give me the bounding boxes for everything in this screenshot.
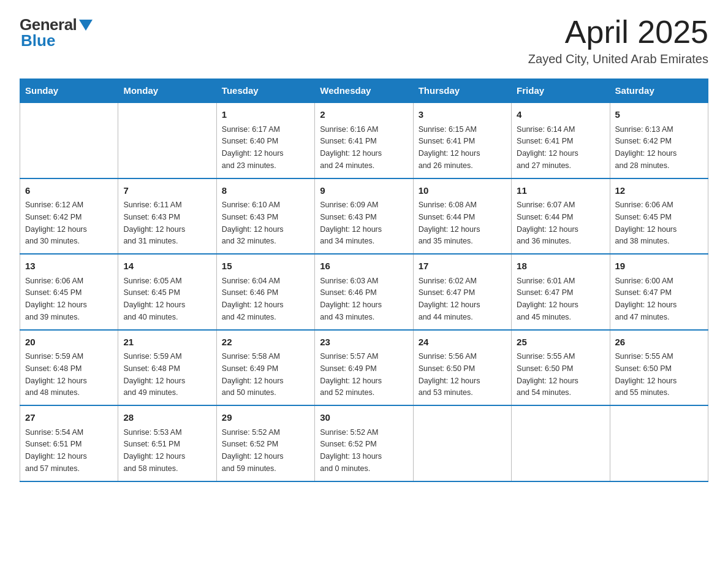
day-info: Sunrise: 5:54 AMSunset: 6:51 PMDaylight:…: [25, 428, 87, 473]
calendar-cell: 2Sunrise: 6:16 AMSunset: 6:41 PMDaylight…: [315, 102, 413, 178]
day-info: Sunrise: 6:01 AMSunset: 6:47 PMDaylight:…: [517, 277, 578, 321]
logo-arrow-icon: [79, 16, 93, 35]
day-number: 1: [222, 108, 309, 122]
calendar-week-row: 27Sunrise: 5:54 AMSunset: 6:51 PMDayligh…: [20, 405, 708, 481]
day-number: 2: [320, 108, 408, 122]
day-info: Sunrise: 6:11 AMSunset: 6:43 PMDaylight:…: [123, 201, 185, 245]
calendar-cell: 12Sunrise: 6:06 AMSunset: 6:45 PMDayligh…: [610, 178, 708, 255]
day-info: Sunrise: 5:57 AMSunset: 6:49 PMDaylight:…: [320, 352, 382, 397]
calendar-cell: 1Sunrise: 6:17 AMSunset: 6:40 PMDaylight…: [216, 102, 314, 178]
calendar-cell: 17Sunrise: 6:02 AMSunset: 6:47 PMDayligh…: [413, 254, 511, 330]
day-info: Sunrise: 6:13 AMSunset: 6:42 PMDaylight:…: [615, 125, 677, 170]
day-number: 8: [222, 184, 309, 198]
calendar-cell: 9Sunrise: 6:09 AMSunset: 6:43 PMDaylight…: [315, 178, 413, 255]
day-of-week-header: Friday: [512, 79, 610, 103]
calendar-cell: 5Sunrise: 6:13 AMSunset: 6:42 PMDaylight…: [610, 102, 708, 178]
day-info: Sunrise: 6:17 AMSunset: 6:40 PMDaylight:…: [222, 125, 284, 170]
day-number: 4: [517, 108, 604, 122]
day-number: 22: [222, 335, 309, 350]
calendar-cell: 30Sunrise: 5:52 AMSunset: 6:52 PMDayligh…: [315, 405, 413, 481]
day-number: 3: [419, 108, 506, 122]
day-number: 5: [615, 108, 703, 122]
day-number: 29: [222, 411, 309, 425]
svg-marker-0: [79, 20, 93, 31]
calendar-week-row: 13Sunrise: 6:06 AMSunset: 6:45 PMDayligh…: [20, 254, 708, 330]
day-info: Sunrise: 5:52 AMSunset: 6:52 PMDaylight:…: [320, 428, 382, 473]
day-info: Sunrise: 6:08 AMSunset: 6:44 PMDaylight:…: [419, 201, 480, 245]
day-number: 15: [222, 259, 309, 274]
calendar-cell: [610, 405, 708, 481]
calendar-cell: [118, 102, 216, 178]
day-info: Sunrise: 6:07 AMSunset: 6:44 PMDaylight:…: [517, 201, 578, 245]
day-number: 9: [320, 184, 408, 198]
day-number: 20: [25, 335, 113, 350]
calendar-cell: 4Sunrise: 6:14 AMSunset: 6:41 PMDaylight…: [512, 102, 610, 178]
day-of-week-header: Thursday: [413, 79, 511, 103]
day-info: Sunrise: 6:03 AMSunset: 6:46 PMDaylight:…: [320, 277, 382, 321]
logo-text-blue: Blue: [20, 31, 55, 50]
day-number: 27: [25, 411, 113, 425]
day-number: 14: [123, 259, 211, 274]
day-info: Sunrise: 5:55 AMSunset: 6:50 PMDaylight:…: [517, 352, 578, 397]
day-info: Sunrise: 6:14 AMSunset: 6:41 PMDaylight:…: [517, 125, 578, 170]
calendar-cell: [512, 405, 610, 481]
calendar-cell: 7Sunrise: 6:11 AMSunset: 6:43 PMDaylight…: [118, 178, 216, 255]
day-number: 18: [517, 259, 604, 274]
day-number: 17: [419, 259, 506, 274]
day-number: 25: [517, 335, 604, 350]
calendar-cell: 20Sunrise: 5:59 AMSunset: 6:48 PMDayligh…: [20, 330, 118, 406]
month-title: April 2025: [528, 15, 708, 50]
day-info: Sunrise: 6:06 AMSunset: 6:45 PMDaylight:…: [25, 277, 87, 321]
day-of-week-header: Monday: [118, 79, 216, 103]
calendar-week-row: 1Sunrise: 6:17 AMSunset: 6:40 PMDaylight…: [20, 102, 708, 178]
day-info: Sunrise: 6:10 AMSunset: 6:43 PMDaylight:…: [222, 201, 284, 245]
calendar-cell: 26Sunrise: 5:55 AMSunset: 6:50 PMDayligh…: [610, 330, 708, 406]
day-number: 6: [25, 184, 113, 198]
day-info: Sunrise: 6:00 AMSunset: 6:47 PMDaylight:…: [615, 277, 677, 321]
calendar-cell: 19Sunrise: 6:00 AMSunset: 6:47 PMDayligh…: [610, 254, 708, 330]
day-of-week-header: Wednesday: [315, 79, 413, 103]
day-of-week-header: Tuesday: [216, 79, 314, 103]
calendar-cell: [413, 405, 511, 481]
day-number: 16: [320, 259, 408, 274]
day-info: Sunrise: 6:09 AMSunset: 6:43 PMDaylight:…: [320, 201, 382, 245]
calendar-cell: 21Sunrise: 5:59 AMSunset: 6:48 PMDayligh…: [118, 330, 216, 406]
day-number: 19: [615, 259, 703, 274]
day-info: Sunrise: 5:58 AMSunset: 6:49 PMDaylight:…: [222, 352, 284, 397]
day-of-week-header: Saturday: [610, 79, 708, 103]
calendar-cell: 3Sunrise: 6:15 AMSunset: 6:41 PMDaylight…: [413, 102, 511, 178]
calendar-cell: 27Sunrise: 5:54 AMSunset: 6:51 PMDayligh…: [20, 405, 118, 481]
calendar-cell: 24Sunrise: 5:56 AMSunset: 6:50 PMDayligh…: [413, 330, 511, 406]
day-info: Sunrise: 6:04 AMSunset: 6:46 PMDaylight:…: [222, 277, 284, 321]
day-info: Sunrise: 6:02 AMSunset: 6:47 PMDaylight:…: [419, 277, 480, 321]
day-number: 11: [517, 184, 604, 198]
page-header: General Blue April 2025 Zayed City, Unit…: [20, 15, 708, 66]
days-of-week-row: SundayMondayTuesdayWednesdayThursdayFrid…: [20, 79, 708, 103]
calendar-header: SundayMondayTuesdayWednesdayThursdayFrid…: [20, 79, 708, 103]
day-number: 26: [615, 335, 703, 350]
day-number: 10: [419, 184, 506, 198]
calendar-cell: [20, 102, 118, 178]
calendar-cell: 25Sunrise: 5:55 AMSunset: 6:50 PMDayligh…: [512, 330, 610, 406]
day-info: Sunrise: 6:06 AMSunset: 6:45 PMDaylight:…: [615, 201, 677, 245]
location-title: Zayed City, United Arab Emirates: [528, 52, 708, 66]
calendar-cell: 11Sunrise: 6:07 AMSunset: 6:44 PMDayligh…: [512, 178, 610, 255]
calendar-cell: 15Sunrise: 6:04 AMSunset: 6:46 PMDayligh…: [216, 254, 314, 330]
day-info: Sunrise: 5:56 AMSunset: 6:50 PMDaylight:…: [419, 352, 480, 397]
day-info: Sunrise: 6:05 AMSunset: 6:45 PMDaylight:…: [123, 277, 185, 321]
calendar-cell: 16Sunrise: 6:03 AMSunset: 6:46 PMDayligh…: [315, 254, 413, 330]
calendar-week-row: 6Sunrise: 6:12 AMSunset: 6:42 PMDaylight…: [20, 178, 708, 255]
calendar-cell: 28Sunrise: 5:53 AMSunset: 6:51 PMDayligh…: [118, 405, 216, 481]
calendar-cell: 10Sunrise: 6:08 AMSunset: 6:44 PMDayligh…: [413, 178, 511, 255]
calendar-week-row: 20Sunrise: 5:59 AMSunset: 6:48 PMDayligh…: [20, 330, 708, 406]
title-section: April 2025 Zayed City, United Arab Emira…: [528, 15, 708, 66]
calendar-table: SundayMondayTuesdayWednesdayThursdayFrid…: [20, 79, 708, 482]
calendar-cell: 13Sunrise: 6:06 AMSunset: 6:45 PMDayligh…: [20, 254, 118, 330]
calendar-cell: 18Sunrise: 6:01 AMSunset: 6:47 PMDayligh…: [512, 254, 610, 330]
day-number: 13: [25, 259, 113, 274]
day-info: Sunrise: 5:59 AMSunset: 6:48 PMDaylight:…: [123, 352, 185, 397]
day-number: 28: [123, 411, 211, 425]
day-number: 30: [320, 411, 408, 425]
calendar-cell: 22Sunrise: 5:58 AMSunset: 6:49 PMDayligh…: [216, 330, 314, 406]
day-of-week-header: Sunday: [20, 79, 118, 103]
